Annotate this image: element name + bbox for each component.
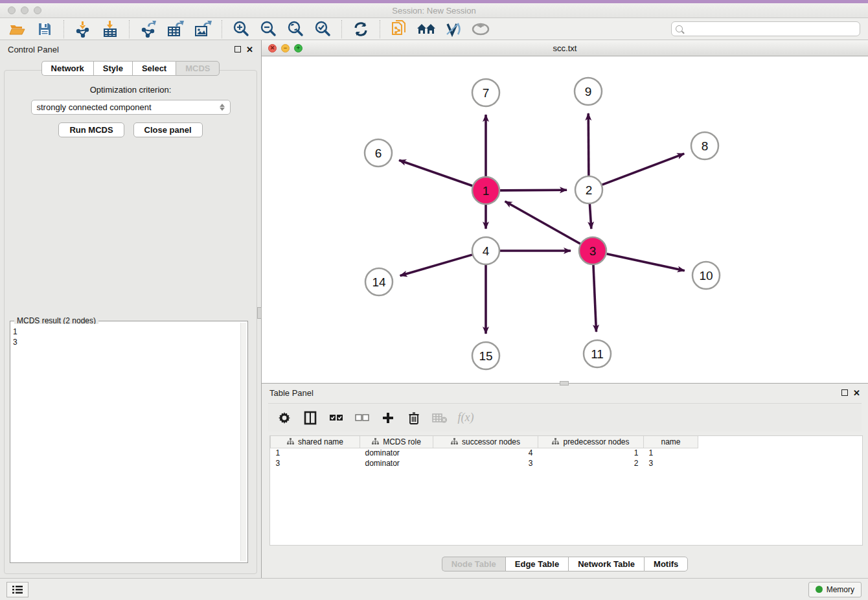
tab-node-table[interactable]: Node Table: [442, 557, 505, 571]
float-panel-icon[interactable]: [234, 46, 241, 52]
edge-4-14[interactable]: [400, 255, 472, 275]
node-10[interactable]: 10: [692, 262, 720, 289]
horizontal-splitter-handle[interactable]: [560, 381, 569, 386]
cell-name[interactable]: 1: [644, 448, 698, 458]
column-header-predecessor-nodes[interactable]: predecessor nodes: [538, 436, 644, 448]
node-label: 11: [591, 347, 604, 361]
export-table-button[interactable]: [163, 19, 188, 39]
edge-3-11[interactable]: [593, 265, 597, 332]
cell-MCDS-role[interactable]: dominator: [360, 448, 433, 458]
memory-button[interactable]: Memory: [808, 582, 862, 597]
edge-1-2[interactable]: [500, 190, 567, 190]
select-all-rows-button[interactable]: [328, 410, 345, 426]
zoom-selected-button[interactable]: [310, 19, 335, 39]
search-box[interactable]: [671, 21, 860, 36]
node-11[interactable]: 11: [584, 340, 611, 367]
import-network-button[interactable]: [71, 19, 95, 39]
column-header-shared-name[interactable]: shared name: [271, 436, 360, 448]
edge-3-10[interactable]: [606, 254, 684, 271]
result-scrollbar[interactable]: [240, 323, 246, 561]
tab-edge-table[interactable]: Edge Table: [505, 557, 568, 571]
node-6[interactable]: 6: [365, 139, 392, 167]
nested-networks-button[interactable]: [414, 19, 439, 39]
node-14[interactable]: 14: [365, 268, 393, 295]
cell-predecessor-nodes[interactable]: 2: [538, 458, 644, 468]
network-close-button[interactable]: ✕: [268, 44, 277, 52]
node-15[interactable]: 15: [472, 342, 499, 369]
hide-graphics-details-button[interactable]: [441, 19, 466, 39]
edge-3-1[interactable]: [505, 202, 580, 244]
apply-layout-button[interactable]: [348, 19, 373, 39]
node-label: 10: [699, 269, 713, 283]
node-7[interactable]: 7: [472, 79, 499, 106]
tab-style[interactable]: Style: [93, 61, 132, 76]
select-all-icon: [329, 413, 343, 422]
close-table-panel-icon[interactable]: ✕: [853, 389, 860, 397]
float-table-panel-icon[interactable]: [841, 389, 848, 396]
node-8[interactable]: 8: [691, 132, 718, 159]
node-3[interactable]: 3: [579, 237, 606, 264]
network-window-titlebar[interactable]: ✕ − + scc.txt: [262, 40, 868, 56]
run-mcds-button[interactable]: Run MCDS: [58, 122, 124, 137]
import-table-button[interactable]: [98, 19, 122, 39]
node-9[interactable]: 9: [575, 78, 602, 105]
node-1[interactable]: 1: [472, 177, 499, 204]
clone-network-button[interactable]: [387, 19, 411, 39]
show-graphics-details-button[interactable]: [468, 19, 493, 39]
column-selector-button[interactable]: [302, 410, 319, 426]
close-panel-button[interactable]: Close panel: [133, 122, 203, 137]
zoom-fit-button[interactable]: [283, 19, 308, 39]
tab-network[interactable]: Network: [41, 61, 93, 76]
table-row[interactable]: 3dominator323: [271, 458, 709, 468]
deselect-all-rows-button[interactable]: [354, 410, 371, 426]
task-history-button[interactable]: [6, 582, 29, 597]
zoom-selected-icon: [314, 21, 331, 38]
memory-status-dot: [816, 586, 823, 593]
tab-network-table[interactable]: Network Table: [568, 557, 644, 571]
node-table[interactable]: shared nameMCDS rolesuccessor nodesprede…: [269, 435, 863, 546]
delete-columns-button[interactable]: [405, 410, 422, 426]
column-header-successor-nodes[interactable]: successor nodes: [433, 436, 538, 448]
close-panel-icon[interactable]: ✕: [246, 45, 253, 54]
column-header-MCDS-role[interactable]: MCDS role: [360, 436, 433, 448]
cell-successor-nodes[interactable]: 3: [433, 458, 538, 468]
table-options-button[interactable]: [276, 410, 293, 426]
zoom-in-button[interactable]: [229, 19, 253, 39]
panel-splitter-handle[interactable]: [257, 307, 262, 319]
table-panel-header: Table Panel ✕: [262, 384, 868, 402]
export-image-button[interactable]: [190, 19, 215, 39]
network-maximize-button[interactable]: +: [294, 44, 303, 52]
select-stepper-icon: [220, 104, 225, 111]
add-column-button[interactable]: [380, 410, 396, 426]
node-2[interactable]: 2: [575, 176, 602, 203]
cell-shared-name[interactable]: 3: [271, 458, 360, 468]
network-minimize-button[interactable]: −: [281, 44, 290, 52]
edge-2-9[interactable]: [588, 113, 589, 176]
open-session-button[interactable]: [5, 19, 30, 39]
cell-MCDS-role[interactable]: dominator: [360, 458, 433, 468]
hierarchy-icon: [451, 438, 458, 445]
tab-motifs[interactable]: Motifs: [644, 557, 688, 571]
mcds-result-text[interactable]: 13: [13, 324, 240, 561]
function-builder-button: f(x): [457, 410, 474, 426]
network-canvas[interactable]: 7968124314101511: [262, 56, 868, 383]
import-table-icon: [102, 21, 119, 38]
save-session-button[interactable]: [32, 19, 57, 39]
cell-filler: [698, 448, 709, 458]
zoom-out-button[interactable]: [256, 19, 280, 39]
cell-shared-name[interactable]: 1: [271, 448, 360, 458]
cell-successor-nodes[interactable]: 4: [433, 448, 538, 458]
tab-select[interactable]: Select: [132, 61, 176, 76]
cell-predecessor-nodes[interactable]: 1: [538, 448, 644, 458]
criterion-select[interactable]: strongly connected component: [31, 100, 231, 115]
edge-1-6[interactable]: [399, 160, 472, 186]
search-input[interactable]: [686, 25, 856, 34]
table-row[interactable]: 1dominator411: [271, 448, 709, 458]
column-header-name[interactable]: name: [644, 436, 698, 448]
node-4[interactable]: 4: [472, 237, 499, 264]
tab-mcds[interactable]: MCDS: [176, 61, 220, 76]
cell-name[interactable]: 3: [644, 458, 698, 468]
edge-2-8[interactable]: [602, 154, 685, 185]
export-network-button[interactable]: [136, 19, 161, 39]
edge-2-3[interactable]: [589, 204, 591, 229]
